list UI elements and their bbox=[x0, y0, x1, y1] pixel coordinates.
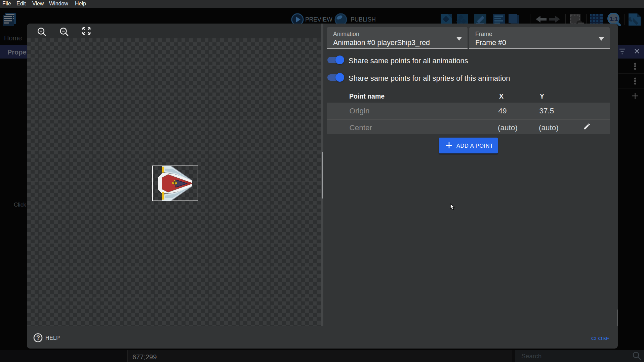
svg-text:1:1: 1:1 bbox=[610, 16, 618, 22]
svg-text:?: ? bbox=[36, 334, 40, 341]
